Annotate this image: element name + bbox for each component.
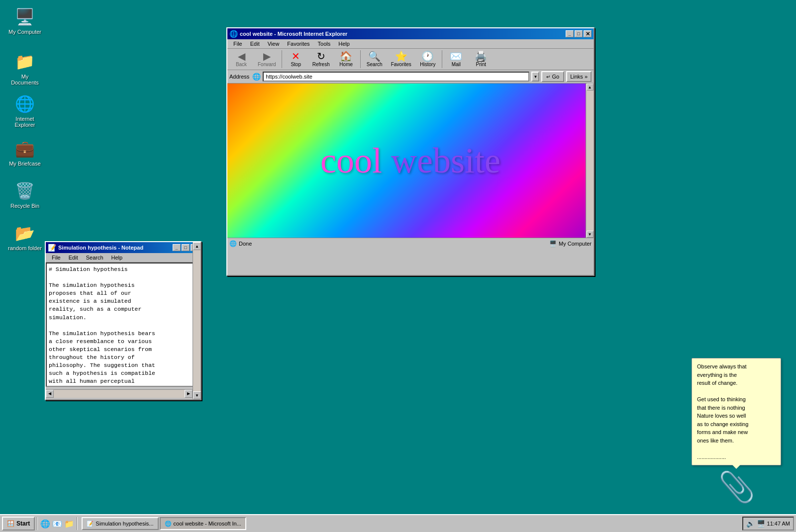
- notepad-hscrollbar: ◀ ▶: [46, 389, 200, 397]
- taskbar-ie-icon: 🌐: [165, 521, 172, 527]
- ie-go-button[interactable]: ↵ Go: [541, 71, 564, 82]
- quick-folder-icon[interactable]: 📁: [64, 518, 75, 529]
- taskbar-notepad-label: Simulation hypothesis...: [96, 521, 153, 527]
- ie-address-bar: Address 🌐 https://coolweb.site ▼ ↵ Go Li…: [227, 70, 594, 84]
- quick-ie-icon[interactable]: 🌐: [40, 518, 51, 529]
- ie-computer-icon-status: 🖥️: [549, 240, 557, 247]
- quick-mail-icon[interactable]: 📧: [52, 518, 63, 529]
- notepad-scroll-track[interactable]: [193, 250, 200, 391]
- ie-window: 🌐 cool website - Microsoft Internet Expl…: [226, 27, 595, 276]
- ie-home-btn[interactable]: 🏠 Home: [334, 50, 358, 69]
- notepad-scroll-right-btn[interactable]: ▶: [185, 390, 193, 398]
- ie-menu-favorites[interactable]: Favorites: [283, 40, 313, 48]
- ie-content: cool website ▲ ▼: [227, 84, 594, 238]
- toolbar-sep-2: [360, 50, 361, 68]
- notepad-titlebar[interactable]: 📝 Simulation hypothesis - Notepad _ □ ✕: [46, 242, 200, 253]
- ie-mail-btn[interactable]: ✉️ Mail: [444, 50, 468, 69]
- ie-menu-file[interactable]: File: [229, 40, 246, 48]
- ie-links-button[interactable]: Links »: [566, 71, 592, 82]
- clippy-figure: 📎: [692, 469, 781, 505]
- ie-scroll-track[interactable]: [587, 90, 594, 231]
- ie-history-btn[interactable]: 🕐 History: [416, 50, 440, 69]
- clippy-text-line1: Observe always that everything is the re…: [697, 362, 776, 387]
- notepad-scrollbar: ▲ ▼: [193, 242, 200, 399]
- notepad-menu-search[interactable]: Search: [82, 254, 107, 262]
- ie-back-btn[interactable]: ◀ Back: [229, 50, 253, 69]
- taskbar-sep-1: [37, 517, 38, 530]
- tray-time: 11:47 AM: [767, 521, 790, 527]
- ie-page-icon: 🌐: [252, 73, 261, 81]
- notepad-text: # Simulation hypothesis The simulation h…: [49, 266, 198, 385]
- clippy-tooltip: Observe always that everything is the re…: [692, 358, 781, 465]
- ie-menu-tools[interactable]: Tools: [314, 40, 335, 48]
- tray-network-icon: 🖥️: [757, 520, 765, 528]
- notepad-minimize-btn[interactable]: _: [173, 244, 181, 251]
- desktop-icon-random-folder[interactable]: 📂 random folder: [5, 221, 45, 253]
- ie-stop-btn[interactable]: ✕ Stop: [284, 50, 308, 69]
- clippy-dots: ...................: [697, 453, 776, 461]
- ie-addr-arrow[interactable]: ▼: [531, 72, 539, 82]
- taskbar-notepad-icon: 📝: [87, 521, 94, 527]
- ie-forward-btn[interactable]: ▶ Forward: [254, 50, 280, 69]
- ie-refresh-btn[interactable]: ↻ Refresh: [309, 50, 333, 69]
- ie-page-icon-status: 🌐: [229, 240, 237, 247]
- ie-address-label: Address: [229, 74, 249, 80]
- notepad-scroll-down-btn[interactable]: ▼: [193, 391, 201, 399]
- desktop-icon-my-briefcase[interactable]: 💼 My Briefcase: [5, 137, 45, 169]
- taskbar-quick-launch: 🌐 📧 📁: [40, 518, 75, 529]
- ie-title-icon: 🌐: [229, 30, 238, 38]
- notepad-menu-edit[interactable]: Edit: [65, 254, 82, 262]
- ie-scrollbar: ▲ ▼: [586, 84, 594, 238]
- taskbar-sep-2: [77, 517, 78, 530]
- notepad-menu-file[interactable]: File: [48, 254, 65, 262]
- clippy-text-line2: Get used to thinking that there is nothi…: [697, 395, 776, 444]
- ie-close-btn[interactable]: ✕: [584, 30, 592, 37]
- ie-scroll-up-btn[interactable]: ▲: [587, 84, 594, 90]
- ie-menu-edit[interactable]: Edit: [246, 40, 264, 48]
- notepad-hscroll-track[interactable]: [54, 390, 185, 398]
- desktop-icon-internet-explorer[interactable]: 🌐 InternetExplorer: [5, 92, 45, 130]
- notepad-menubar: File Edit Search Help: [46, 253, 200, 263]
- start-icon: 🪟: [7, 520, 14, 527]
- taskbar-ie-label: cool website - Microsoft In...: [174, 521, 241, 527]
- ie-address-input[interactable]: https://coolweb.site: [263, 72, 529, 82]
- desktop-icon-recycle-bin[interactable]: 🗑️ Recycle Bin: [5, 179, 45, 211]
- ie-maximize-btn[interactable]: □: [575, 30, 583, 37]
- notepad-content[interactable]: # Simulation hypothesis The simulation h…: [46, 263, 200, 387]
- ie-menubar: File Edit View Favorites Tools Help: [227, 39, 594, 49]
- notepad-scroll-left-btn[interactable]: ◀: [46, 390, 54, 398]
- ie-print-btn[interactable]: 🖨️ Print: [469, 50, 493, 69]
- ie-minimize-btn[interactable]: _: [566, 30, 574, 37]
- notepad-scroll-up-btn[interactable]: ▲: [193, 242, 201, 250]
- taskbar: 🪟 Start 🌐 📧 📁 📝 Simulation hypothesis...…: [0, 514, 796, 532]
- ie-favorites-btn[interactable]: ⭐ Favorites: [388, 50, 415, 69]
- ie-menu-view[interactable]: View: [264, 40, 284, 48]
- notepad-title-icon: 📝: [48, 244, 56, 252]
- taskbar-notepad-btn[interactable]: 📝 Simulation hypothesis...: [82, 517, 158, 530]
- ie-status-text: Done: [239, 241, 252, 247]
- ie-title-text: cool website - Microsoft Internet Explor…: [240, 31, 347, 37]
- ie-search-btn[interactable]: 🔍 Search: [363, 50, 387, 69]
- start-label: Start: [16, 520, 30, 527]
- ie-status-computer: My Computer: [559, 241, 592, 247]
- desktop-icon-my-computer[interactable]: 🖥️ My Computer: [5, 5, 45, 37]
- taskbar-windows: 📝 Simulation hypothesis... 🌐 cool websit…: [80, 517, 741, 530]
- tray-volume-icon: 🔊: [746, 520, 755, 528]
- desktop-icon-my-documents[interactable]: 📁 My Documents: [5, 50, 45, 88]
- taskbar-tray: 🔊 🖥️ 11:47 AM: [742, 517, 794, 531]
- ie-statusbar: 🌐 Done 🖥️ My Computer: [227, 238, 594, 249]
- ie-scroll-down-btn[interactable]: ▼: [587, 231, 594, 238]
- notepad-title-text: Simulation hypothesis - Notepad: [58, 245, 143, 251]
- toolbar-sep-3: [442, 50, 442, 68]
- ie-titlebar[interactable]: 🌐 cool website - Microsoft Internet Expl…: [227, 28, 594, 39]
- notepad-menu-help[interactable]: Help: [107, 254, 127, 262]
- ie-rainbow-bg: cool website: [227, 84, 594, 238]
- ie-menu-help[interactable]: Help: [334, 40, 354, 48]
- notepad-window: 📝 Simulation hypothesis - Notepad _ □ ✕ …: [45, 241, 201, 400]
- ie-cool-website-text: cool website: [320, 140, 500, 181]
- taskbar-ie-btn[interactable]: 🌐 cool website - Microsoft In...: [160, 517, 246, 530]
- toolbar-sep-1: [282, 50, 282, 68]
- start-button[interactable]: 🪟 Start: [2, 517, 35, 531]
- clippy-container: Observe always that everything is the re…: [692, 358, 781, 505]
- notepad-maximize-btn[interactable]: □: [182, 244, 190, 251]
